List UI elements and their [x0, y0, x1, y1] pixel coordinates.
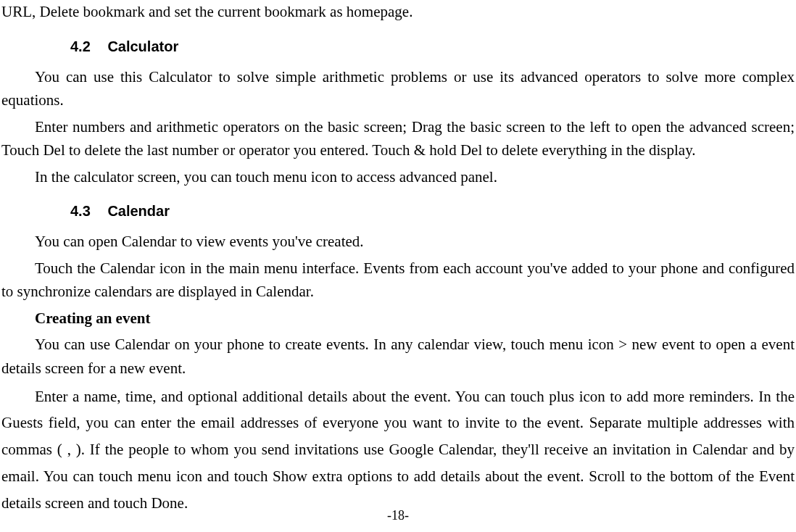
fragment-previous-page: URL, Delete bookmark and set the current… [1, 0, 795, 24]
paragraph: You can use Calendar on your phone to cr… [1, 333, 795, 380]
section-heading-calendar: 4.3 Calendar [70, 200, 795, 223]
sub-heading-creating-event: Creating an event [1, 307, 795, 331]
paragraph: You can open Calendar to view events you… [1, 230, 795, 254]
section-number: 4.3 [70, 200, 91, 223]
paragraph: You can use this Calculator to solve sim… [1, 65, 795, 112]
document-page: URL, Delete bookmark and set the current… [0, 0, 796, 516]
section-number: 4.2 [70, 36, 91, 58]
paragraph: Enter a name, time, and optional additio… [1, 383, 795, 517]
paragraph: In the calculator screen, you can touch … [1, 165, 795, 189]
paragraph: Touch the Calendar icon in the main menu… [1, 257, 795, 304]
paragraph: Enter numbers and arithmetic operators o… [1, 115, 795, 162]
section-heading-calculator: 4.2 Calculator [70, 36, 795, 58]
section-title: Calendar [107, 203, 170, 219]
section-title: Calculator [107, 38, 178, 54]
page-number: -18- [0, 506, 796, 526]
